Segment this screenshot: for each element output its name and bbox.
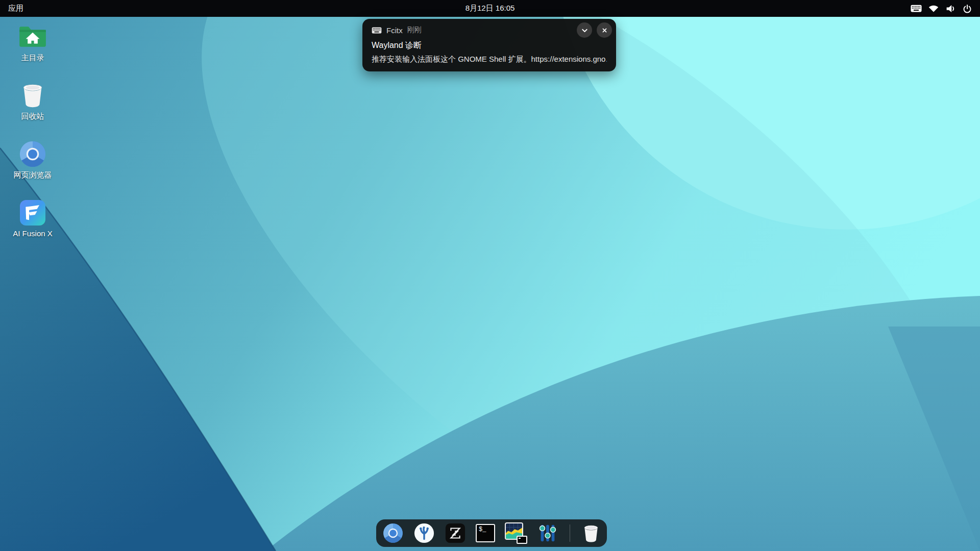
top-bar: 应用 8月12日 16:05 <box>0 0 980 17</box>
trash-icon <box>19 80 46 111</box>
dock-item-chromium[interactable] <box>382 522 404 544</box>
zed-icon <box>445 522 466 544</box>
chromium-icon <box>382 522 404 544</box>
desktop-icon-ai-fusion-x[interactable]: AI Fusion X <box>8 197 57 239</box>
desktop: 应用 8月12日 16:05 <box>0 0 980 551</box>
keyboard-icon <box>911 5 922 12</box>
trash-icon <box>581 524 601 543</box>
ai-fusion-x-icon <box>18 197 47 228</box>
notification-body: 推荐安装输入法面板这个 GNOME Shell 扩展。https://exten… <box>372 55 607 64</box>
system-status-area[interactable] <box>906 0 976 17</box>
mini-terminal-icon <box>517 536 527 544</box>
notification-close-button[interactable] <box>597 22 612 38</box>
notification-popup: Fcitx 刚刚 Wayland 诊断 推荐安装输入法面板这个 GNOME Sh… <box>362 19 616 71</box>
chevron-down-icon <box>580 26 589 35</box>
desktop-icon-label: 网页浏览器 <box>14 170 52 180</box>
dock-item-trash[interactable] <box>581 522 601 544</box>
desktop-icon-label: 主目录 <box>21 53 44 63</box>
terminal-icon: $_ <box>476 524 495 542</box>
dock-separator <box>570 524 570 542</box>
tweaks-icon <box>537 522 558 544</box>
power-icon <box>963 4 972 13</box>
notification-title: Wayland 诊断 <box>372 40 607 51</box>
system-monitor-icon <box>505 522 527 544</box>
coral-icon <box>413 522 435 544</box>
close-icon <box>601 27 608 34</box>
dock-item-tweaks[interactable] <box>537 522 558 544</box>
wifi-icon <box>928 5 939 12</box>
desktop-icon-grid: 主目录 回收站 <box>8 21 57 256</box>
desktop-icon-label: AI Fusion X <box>13 229 53 238</box>
notification-app-name: Fcitx <box>386 26 403 35</box>
desktop-icon-label: 回收站 <box>21 112 44 121</box>
notification-collapse-button[interactable] <box>577 22 592 38</box>
desktop-icon-trash[interactable]: 回收站 <box>8 80 57 122</box>
desktop-icon-home[interactable]: 主目录 <box>8 21 57 63</box>
keyboard-icon <box>372 27 382 34</box>
wallpaper-image <box>0 0 980 551</box>
volume-icon <box>945 4 956 13</box>
clock-button[interactable]: 8月12日 16:05 <box>460 0 520 17</box>
desktop-icon-web-browser[interactable]: 网页浏览器 <box>8 139 57 181</box>
dock-item-system-monitor[interactable] <box>505 522 527 544</box>
dock-item-zed-editor[interactable] <box>445 522 466 544</box>
notification-header: Fcitx 刚刚 <box>372 24 607 36</box>
home-folder-icon <box>18 21 47 52</box>
notification-time: 刚刚 <box>407 26 422 35</box>
chromium-icon <box>18 139 47 169</box>
dock-item-coral-app[interactable] <box>413 522 435 544</box>
terminal-prompt-glyph: $_ <box>479 526 486 533</box>
dock-item-terminal[interactable]: $_ <box>476 522 495 544</box>
dock: $_ <box>376 519 607 547</box>
